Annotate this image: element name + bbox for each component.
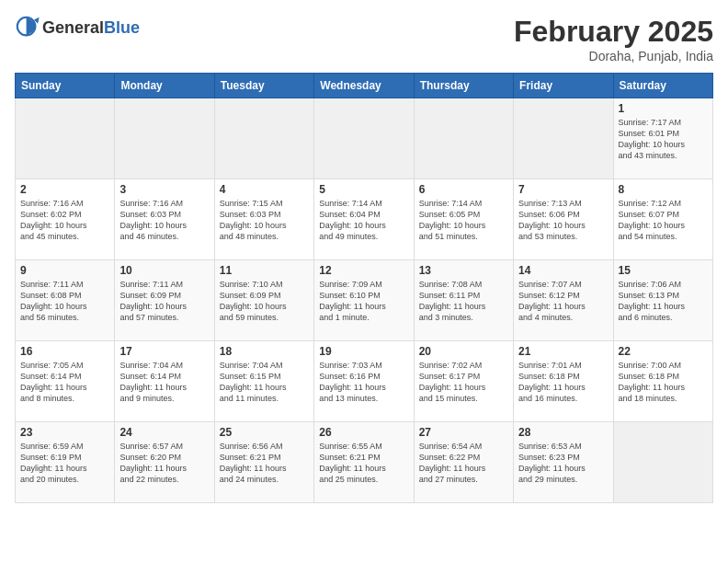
day-info: Sunrise: 7:06 AM Sunset: 6:13 PM Dayligh…: [619, 279, 708, 324]
day-info: Sunrise: 7:14 AM Sunset: 6:04 PM Dayligh…: [319, 198, 408, 243]
calendar-header-row: SundayMondayTuesdayWednesdayThursdayFrid…: [16, 74, 713, 98]
day-info: Sunrise: 7:12 AM Sunset: 6:07 PM Dayligh…: [619, 198, 708, 243]
day-info: Sunrise: 7:00 AM Sunset: 6:18 PM Dayligh…: [619, 360, 708, 405]
weekday-header: Sunday: [16, 74, 115, 98]
day-number: 18: [220, 345, 309, 358]
calendar-week-row: 23Sunrise: 6:59 AM Sunset: 6:19 PM Dayli…: [16, 422, 713, 503]
weekday-header: Tuesday: [214, 74, 313, 98]
calendar-day-cell: 2Sunrise: 7:16 AM Sunset: 6:02 PM Daylig…: [16, 179, 115, 260]
day-number: 24: [119, 426, 209, 439]
calendar-day-cell: [613, 422, 712, 503]
day-info: Sunrise: 7:04 AM Sunset: 6:14 PM Dayligh…: [119, 360, 209, 405]
weekday-header: Thursday: [414, 74, 513, 98]
day-number: 20: [419, 345, 508, 358]
calendar-day-cell: 13Sunrise: 7:08 AM Sunset: 6:11 PM Dayli…: [414, 260, 513, 341]
day-info: Sunrise: 6:55 AM Sunset: 6:21 PM Dayligh…: [319, 441, 408, 486]
calendar-day-cell: 28Sunrise: 6:53 AM Sunset: 6:23 PM Dayli…: [514, 422, 613, 503]
calendar-day-cell: 4Sunrise: 7:15 AM Sunset: 6:03 PM Daylig…: [214, 179, 313, 260]
calendar-day-cell: 3Sunrise: 7:16 AM Sunset: 6:03 PM Daylig…: [115, 179, 214, 260]
day-info: Sunrise: 7:15 AM Sunset: 6:03 PM Dayligh…: [220, 198, 309, 243]
calendar-day-cell: 19Sunrise: 7:03 AM Sunset: 6:16 PM Dayli…: [314, 341, 414, 422]
calendar-day-cell: 11Sunrise: 7:10 AM Sunset: 6:09 PM Dayli…: [214, 260, 313, 341]
day-info: Sunrise: 7:01 AM Sunset: 6:18 PM Dayligh…: [518, 360, 608, 405]
logo-icon: [15, 15, 40, 40]
day-number: 3: [119, 183, 209, 196]
calendar-day-cell: 1Sunrise: 7:17 AM Sunset: 6:01 PM Daylig…: [613, 98, 712, 179]
calendar-day-cell: 23Sunrise: 6:59 AM Sunset: 6:19 PM Dayli…: [16, 422, 115, 503]
day-info: Sunrise: 6:54 AM Sunset: 6:22 PM Dayligh…: [419, 441, 508, 486]
calendar-week-row: 16Sunrise: 7:05 AM Sunset: 6:14 PM Dayli…: [16, 341, 713, 422]
day-number: 12: [319, 264, 408, 277]
day-number: 13: [419, 264, 508, 277]
day-info: Sunrise: 6:56 AM Sunset: 6:21 PM Dayligh…: [220, 441, 309, 486]
calendar-day-cell: [16, 98, 115, 179]
day-info: Sunrise: 6:57 AM Sunset: 6:20 PM Dayligh…: [119, 441, 209, 486]
day-info: Sunrise: 7:13 AM Sunset: 6:06 PM Dayligh…: [518, 198, 608, 243]
calendar-day-cell: 5Sunrise: 7:14 AM Sunset: 6:04 PM Daylig…: [314, 179, 414, 260]
day-number: 25: [220, 426, 309, 439]
day-info: Sunrise: 7:11 AM Sunset: 6:08 PM Dayligh…: [20, 279, 109, 324]
day-number: 11: [220, 264, 309, 277]
day-info: Sunrise: 7:08 AM Sunset: 6:11 PM Dayligh…: [419, 279, 508, 324]
calendar-day-cell: 20Sunrise: 7:02 AM Sunset: 6:17 PM Dayli…: [414, 341, 513, 422]
calendar-day-cell: 21Sunrise: 7:01 AM Sunset: 6:18 PM Dayli…: [514, 341, 613, 422]
location-title: Doraha, Punjab, India: [514, 49, 713, 63]
day-number: 5: [319, 183, 408, 196]
day-info: Sunrise: 7:05 AM Sunset: 6:14 PM Dayligh…: [20, 360, 109, 405]
weekday-header: Friday: [514, 74, 613, 98]
title-block: February 2025 Doraha, Punjab, India: [514, 15, 713, 63]
calendar-day-cell: [414, 98, 513, 179]
day-number: 28: [518, 426, 608, 439]
day-number: 26: [319, 426, 408, 439]
calendar-day-cell: 8Sunrise: 7:12 AM Sunset: 6:07 PM Daylig…: [613, 179, 712, 260]
calendar-day-cell: 26Sunrise: 6:55 AM Sunset: 6:21 PM Dayli…: [314, 422, 414, 503]
day-number: 4: [220, 183, 309, 196]
day-info: Sunrise: 7:17 AM Sunset: 6:01 PM Dayligh…: [619, 117, 708, 162]
calendar-day-cell: 10Sunrise: 7:11 AM Sunset: 6:09 PM Dayli…: [115, 260, 214, 341]
weekday-header: Monday: [115, 74, 214, 98]
calendar-day-cell: 24Sunrise: 6:57 AM Sunset: 6:20 PM Dayli…: [115, 422, 214, 503]
calendar-day-cell: 6Sunrise: 7:14 AM Sunset: 6:05 PM Daylig…: [414, 179, 513, 260]
month-title: February 2025: [514, 15, 713, 49]
day-number: 21: [518, 345, 608, 358]
calendar-day-cell: 15Sunrise: 7:06 AM Sunset: 6:13 PM Dayli…: [613, 260, 712, 341]
day-info: Sunrise: 7:04 AM Sunset: 6:15 PM Dayligh…: [220, 360, 309, 405]
day-info: Sunrise: 7:16 AM Sunset: 6:03 PM Dayligh…: [119, 198, 209, 243]
calendar-day-cell: 9Sunrise: 7:11 AM Sunset: 6:08 PM Daylig…: [16, 260, 115, 341]
day-number: 14: [518, 264, 608, 277]
day-number: 6: [419, 183, 508, 196]
day-info: Sunrise: 6:59 AM Sunset: 6:19 PM Dayligh…: [20, 441, 109, 486]
weekday-header: Wednesday: [314, 74, 414, 98]
day-info: Sunrise: 7:16 AM Sunset: 6:02 PM Dayligh…: [20, 198, 109, 243]
logo: GeneralBlue: [15, 15, 140, 40]
day-number: 17: [119, 345, 209, 358]
logo-general: General: [42, 18, 104, 37]
logo-text: GeneralBlue: [42, 18, 140, 38]
day-number: 15: [619, 264, 708, 277]
calendar-day-cell: 14Sunrise: 7:07 AM Sunset: 6:12 PM Dayli…: [514, 260, 613, 341]
calendar-day-cell: 17Sunrise: 7:04 AM Sunset: 6:14 PM Dayli…: [115, 341, 214, 422]
weekday-header: Saturday: [613, 74, 712, 98]
day-number: 19: [319, 345, 408, 358]
calendar-day-cell: 22Sunrise: 7:00 AM Sunset: 6:18 PM Dayli…: [613, 341, 712, 422]
day-number: 8: [619, 183, 708, 196]
day-info: Sunrise: 7:03 AM Sunset: 6:16 PM Dayligh…: [319, 360, 408, 405]
calendar-day-cell: 7Sunrise: 7:13 AM Sunset: 6:06 PM Daylig…: [514, 179, 613, 260]
day-info: Sunrise: 7:14 AM Sunset: 6:05 PM Dayligh…: [419, 198, 508, 243]
day-number: 23: [20, 426, 109, 439]
calendar-day-cell: [314, 98, 414, 179]
day-number: 1: [619, 102, 708, 115]
calendar-week-row: 1Sunrise: 7:17 AM Sunset: 6:01 PM Daylig…: [16, 98, 713, 179]
calendar-day-cell: 27Sunrise: 6:54 AM Sunset: 6:22 PM Dayli…: [414, 422, 513, 503]
calendar-week-row: 2Sunrise: 7:16 AM Sunset: 6:02 PM Daylig…: [16, 179, 713, 260]
day-info: Sunrise: 7:02 AM Sunset: 6:17 PM Dayligh…: [419, 360, 508, 405]
logo-blue: Blue: [104, 18, 140, 37]
day-info: Sunrise: 7:09 AM Sunset: 6:10 PM Dayligh…: [319, 279, 408, 324]
calendar-day-cell: [214, 98, 313, 179]
day-number: 7: [518, 183, 608, 196]
calendar-day-cell: 16Sunrise: 7:05 AM Sunset: 6:14 PM Dayli…: [16, 341, 115, 422]
day-info: Sunrise: 7:07 AM Sunset: 6:12 PM Dayligh…: [518, 279, 608, 324]
calendar-day-cell: 18Sunrise: 7:04 AM Sunset: 6:15 PM Dayli…: [214, 341, 313, 422]
calendar-day-cell: 25Sunrise: 6:56 AM Sunset: 6:21 PM Dayli…: [214, 422, 313, 503]
page-header: GeneralBlue February 2025 Doraha, Punjab…: [15, 15, 713, 63]
